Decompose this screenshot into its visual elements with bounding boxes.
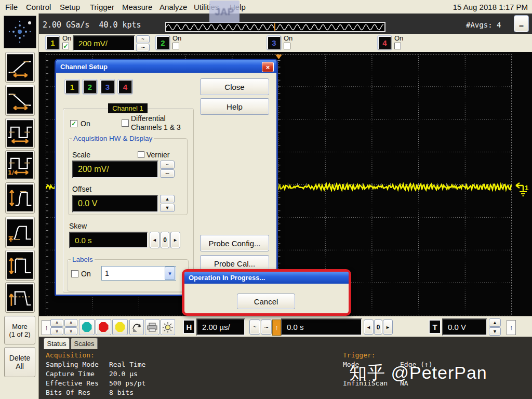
- dialog-channel-3-tab[interactable]: 3: [100, 79, 115, 94]
- differential-checkbox[interactable]: [122, 119, 129, 127]
- delay-right-button[interactable]: ►: [383, 320, 393, 335]
- scale-up-button[interactable]: ~: [160, 161, 175, 169]
- timebase-value: 2.00 µs/: [202, 323, 230, 331]
- single-button[interactable]: [112, 319, 128, 335]
- vernier-checkbox[interactable]: [138, 151, 144, 158]
- channel-1-ground-marker[interactable]: 1: [511, 181, 531, 198]
- menu-file[interactable]: File: [5, 3, 18, 11]
- help-button[interactable]: Help: [200, 98, 269, 115]
- progress-dialog-titlebar[interactable]: Operation In Progress...: [184, 272, 349, 284]
- sine-large-icon: ~: [264, 323, 268, 331]
- cancel-button[interactable]: Cancel: [237, 294, 295, 309]
- display-brightness-button[interactable]: [161, 319, 175, 335]
- dialog-channel-1-tab[interactable]: 1: [65, 79, 79, 94]
- scale-down-button[interactable]: ~: [160, 169, 175, 178]
- dialog-close-button[interactable]: ×: [262, 62, 274, 72]
- close-button[interactable]: Close: [200, 78, 269, 95]
- scale-coarse-up-button[interactable]: ∧: [50, 319, 63, 327]
- minimize-button[interactable]: –: [514, 15, 529, 32]
- menu-measure[interactable]: Measure: [122, 3, 152, 11]
- delete-label: Delete: [9, 354, 30, 362]
- status-row-label: Sampling Mode: [46, 361, 99, 368]
- label-dropdown[interactable]: 1 ▾: [101, 266, 176, 281]
- trigger-position-marker[interactable]: [275, 55, 282, 59]
- tab-status[interactable]: Status: [44, 338, 70, 349]
- delete-all-button[interactable]: Delete All: [4, 347, 35, 377]
- measure-peak-peak-button[interactable]: [5, 182, 35, 214]
- timebase-zoom-out-button[interactable]: ~: [249, 320, 260, 335]
- channel-4-button[interactable]: 4: [378, 36, 392, 50]
- measure-frequency-button[interactable]: 1/: [5, 150, 35, 180]
- channel-4-on-checkbox[interactable]: [394, 43, 401, 49]
- channel-1-scale-field[interactable]: 200 mV/: [73, 35, 135, 51]
- horizontal-menu-button[interactable]: H: [183, 320, 195, 334]
- timebase-zoom-in-button[interactable]: ~: [261, 320, 272, 335]
- trigger-marker-button[interactable]: ↑: [507, 320, 516, 335]
- channel-1-scale-down-button[interactable]: ~: [136, 44, 150, 51]
- measure-v-top-button[interactable]: [5, 250, 35, 281]
- run-button[interactable]: [79, 319, 95, 335]
- trigger-level-value: 0.0 V: [448, 323, 466, 331]
- dialog-channel-4-tab[interactable]: 4: [118, 79, 132, 94]
- delay-field[interactable]: 0.0 s: [281, 318, 362, 336]
- channel-1-scale-up-button[interactable]: ~: [136, 35, 150, 43]
- trigger-slope-button[interactable]: ↑: [272, 320, 281, 336]
- svg-text:1/: 1/: [8, 169, 15, 176]
- dialog-on-checkbox[interactable]: ✓: [70, 120, 77, 127]
- measure-pulse-width-button[interactable]: [5, 118, 35, 149]
- trigger-level-field[interactable]: 0.0 V: [442, 318, 487, 336]
- acquisition-groupbox-label: Acquisition HW & Display: [72, 135, 154, 142]
- menu-control[interactable]: Control: [26, 3, 51, 11]
- delay-zero-button[interactable]: 0: [374, 320, 382, 335]
- tab-scales[interactable]: Scales: [71, 338, 98, 349]
- channel-3-button[interactable]: 3: [267, 36, 281, 50]
- labels-on-checkbox[interactable]: [71, 270, 78, 277]
- level-down-button[interactable]: ▼: [489, 327, 501, 336]
- channel-groupbox-label: Channel 1: [108, 103, 148, 113]
- v-top-icon: [7, 252, 33, 279]
- scale-value: 200 mV/: [78, 165, 109, 174]
- waveform-preview-bar[interactable]: [165, 22, 385, 32]
- autoscale-button[interactable]: [129, 319, 144, 335]
- skew-decrement-button[interactable]: ◄: [150, 232, 159, 248]
- measure-fall-time-button[interactable]: [5, 85, 35, 116]
- channel-1-button[interactable]: 1: [46, 36, 60, 50]
- level-up-button[interactable]: ▲: [489, 318, 501, 327]
- channel-label: Channel 1: [112, 104, 143, 112]
- skew-zero-button[interactable]: 0: [161, 232, 169, 248]
- channel-2-on-checkbox[interactable]: [172, 43, 179, 49]
- menu-setup[interactable]: Setup: [60, 3, 80, 11]
- scale-coarse-down-button[interactable]: ∨: [50, 327, 63, 335]
- menu-analyze[interactable]: Analyze: [159, 3, 187, 11]
- offset-field[interactable]: 0.0 V: [72, 195, 158, 212]
- scale-fine-down-button[interactable]: ∨: [64, 327, 77, 335]
- print-button[interactable]: [145, 319, 159, 335]
- more-measurements-button[interactable]: More (1 of 2): [4, 316, 35, 344]
- channel-2-button[interactable]: 2: [156, 36, 170, 50]
- channel-3-on-checkbox[interactable]: [284, 43, 290, 49]
- scale-fine-up-button[interactable]: ∧: [64, 319, 77, 327]
- menu-trigger[interactable]: Trigger: [90, 3, 114, 11]
- stop-button[interactable]: [96, 319, 111, 335]
- trigger-menu-button[interactable]: T: [429, 320, 441, 334]
- sine-small-icon: ~: [254, 324, 257, 330]
- status-row-label: Capture Time: [46, 370, 95, 378]
- site-watermark: 知乎 @PeterPan: [349, 361, 487, 385]
- probe-config-button[interactable]: Probe Config...: [200, 235, 269, 251]
- label-dropdown-button[interactable]: ▾: [165, 267, 175, 280]
- skew-increment-button[interactable]: ►: [170, 232, 180, 248]
- measure-rise-time-button[interactable]: [5, 52, 35, 83]
- dialog-titlebar[interactable]: Channel Setup ×: [56, 60, 276, 73]
- delay-left-button[interactable]: ◄: [364, 320, 374, 335]
- rise-time-icon: [7, 54, 33, 81]
- measure-v-avg-button[interactable]: [5, 282, 35, 313]
- offset-down-button[interactable]: ▼: [160, 204, 175, 212]
- channel-1-on-checkbox[interactable]: ✓: [62, 43, 69, 49]
- channel-bar: 1 On ✓ 200 mV/ ~ ~ 2 On 3 On 4 On: [39, 34, 532, 52]
- timebase-field[interactable]: 2.00 µs/: [196, 318, 245, 336]
- dialog-channel-2-tab[interactable]: 2: [83, 79, 97, 94]
- scale-field[interactable]: 200 mV/: [72, 161, 158, 178]
- offset-up-button[interactable]: ▲: [160, 195, 175, 203]
- skew-field[interactable]: 0.0 s: [69, 232, 148, 248]
- measure-v-base-button[interactable]: [5, 217, 35, 248]
